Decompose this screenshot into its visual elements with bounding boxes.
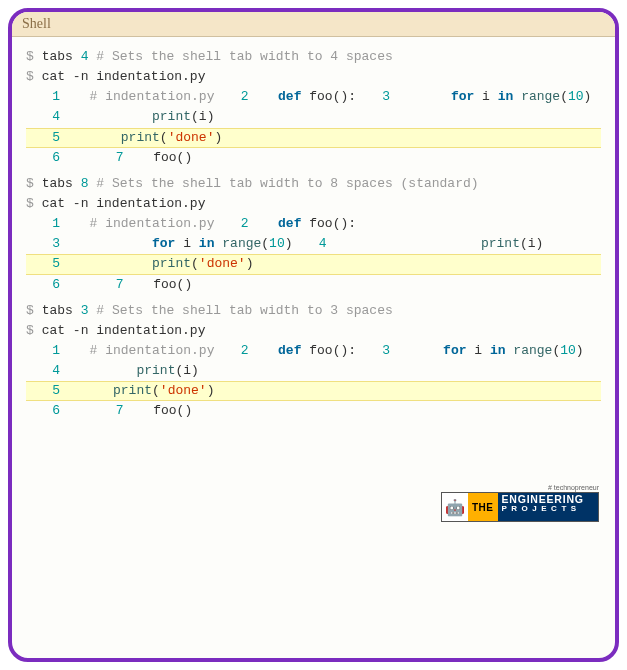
shell-block: $ tabs 3 # Sets the shell tab width to 3… — [26, 301, 601, 422]
header-title: Shell — [22, 16, 51, 31]
output-line: 4 print(i) — [26, 363, 199, 378]
line-number: 4 — [26, 107, 74, 127]
output-line: 6 — [26, 277, 90, 292]
watermark-logo: # technopreneur 🤖 THE ENGINEERING PROJEC… — [441, 484, 599, 526]
output-line: 7 foo() — [90, 403, 193, 418]
line-number: 3 — [356, 87, 404, 107]
line-number: 6 — [26, 148, 74, 168]
output-line: 3 for i in range(10) — [356, 89, 591, 104]
output-line: 1 # indentation.py — [26, 89, 214, 104]
line-number: 1 — [26, 87, 74, 107]
watermark-line1: ENGINEERING — [502, 494, 595, 505]
output-line: 6 — [26, 150, 90, 165]
output-line: 2 def foo(): — [214, 89, 356, 104]
output-line: 7 foo() — [90, 277, 193, 292]
line-number: 7 — [90, 148, 138, 168]
tabs-command-line: $ tabs 3 # Sets the shell tab width to 3… — [26, 301, 601, 321]
output-line: 3 for i in range(10) — [26, 236, 293, 251]
output-line: 5 print('done') — [26, 381, 601, 401]
shell-block: $ tabs 8 # Sets the shell tab width to 8… — [26, 174, 601, 295]
output-line: 3 for i in range(10) — [356, 343, 584, 358]
cat-command-line: $ cat -n indentation.py — [26, 321, 601, 341]
watermark-text: ENGINEERING PROJECTS — [498, 493, 599, 521]
line-number: 3 — [26, 234, 74, 254]
line-number: 6 — [26, 401, 74, 421]
watermark-line2: PROJECTS — [502, 505, 595, 513]
line-number: 6 — [26, 275, 74, 295]
output-line: 5 print('done') — [26, 254, 601, 274]
output-line: 1 # indentation.py — [26, 343, 214, 358]
watermark-box: 🤖 THE ENGINEERING PROJECTS — [441, 492, 599, 522]
tabs-command-line: $ tabs 8 # Sets the shell tab width to 8… — [26, 174, 601, 194]
line-number: 1 — [26, 341, 74, 361]
output-line: 7 foo() — [90, 150, 193, 165]
line-number: 7 — [90, 401, 138, 421]
tabs-command-line: $ tabs 4 # Sets the shell tab width to 4… — [26, 47, 601, 67]
robot-icon: 🤖 — [442, 493, 468, 521]
output-line: 4 print(i) — [26, 109, 214, 124]
output-line: 1 # indentation.py — [26, 216, 214, 231]
cat-command-line: $ cat -n indentation.py — [26, 67, 601, 87]
output-line: 2 def foo(): — [214, 343, 356, 358]
line-number: 7 — [90, 275, 138, 295]
line-number: 2 — [214, 214, 262, 234]
output-line: 4 print(i) — [293, 236, 544, 251]
line-number: 5 — [26, 381, 74, 401]
terminal-header: Shell — [12, 12, 615, 37]
line-number: 3 — [356, 341, 404, 361]
output-line: 2 def foo(): — [214, 216, 356, 231]
watermark-the: THE — [468, 493, 498, 521]
watermark-tag: # technopreneur — [441, 484, 599, 491]
line-number: 5 — [26, 254, 74, 274]
line-number: 2 — [214, 87, 262, 107]
line-number: 2 — [214, 341, 262, 361]
line-number: 4 — [26, 361, 74, 381]
cat-command-line: $ cat -n indentation.py — [26, 194, 601, 214]
terminal-frame: Shell $ tabs 4 # Sets the shell tab widt… — [8, 8, 619, 662]
line-number: 5 — [26, 128, 74, 148]
line-number: 4 — [293, 234, 341, 254]
shell-block: $ tabs 4 # Sets the shell tab width to 4… — [26, 47, 601, 168]
output-line: 5 print('done') — [26, 128, 601, 148]
code-area: $ tabs 4 # Sets the shell tab width to 4… — [12, 37, 615, 438]
line-number: 1 — [26, 214, 74, 234]
output-line: 6 — [26, 403, 90, 418]
